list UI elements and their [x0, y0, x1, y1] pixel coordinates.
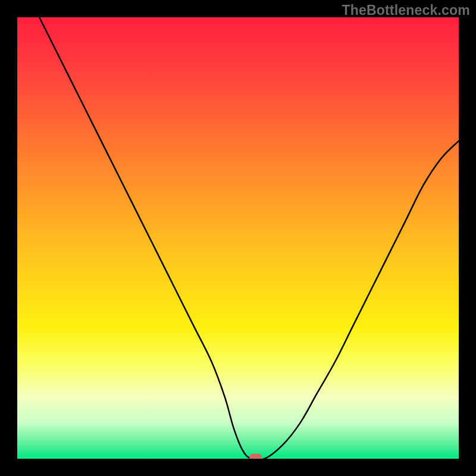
attribution-text: TheBottleneck.com	[342, 2, 470, 18]
plot-area	[17, 17, 459, 459]
gradient-background	[17, 17, 459, 459]
minimum-marker	[250, 454, 262, 459]
chart-frame: TheBottleneck.com	[0, 0, 476, 476]
chart-svg	[17, 17, 459, 459]
